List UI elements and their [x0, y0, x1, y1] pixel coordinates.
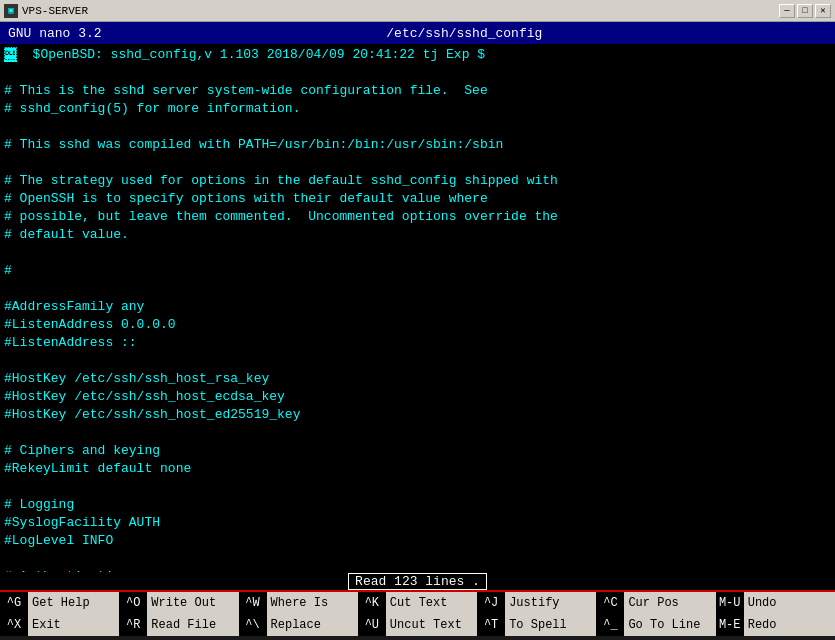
shortcut-m-e[interactable]: M-ERedo [716, 614, 835, 636]
title-bar-controls: ─ □ ✕ [779, 4, 831, 18]
status-text: Read 123 lines . [348, 573, 487, 590]
editor-area[interactable]:  $OpenBSD: sshd_config,v 1.103 2018/04/… [0, 44, 835, 572]
shortcut-label: Go To Line [624, 614, 715, 636]
shortcut-label: Cur Pos [624, 592, 715, 614]
shortcut-ctrl-underscore[interactable]: ^_Go To Line [596, 614, 715, 636]
shortcut-ctrl-j[interactable]: ^JJustify [477, 592, 596, 614]
shortcut-label: Justify [505, 592, 596, 614]
shortcut-area: ^GGet Help^OWrite Out^WWhere Is^KCut Tex… [0, 590, 835, 636]
shortcut-key: ^R [119, 618, 147, 632]
maximize-button[interactable]: □ [797, 4, 813, 18]
app-icon: ▣ [4, 4, 18, 18]
shortcut-key: ^X [0, 618, 28, 632]
shortcut-key: M-E [716, 618, 744, 632]
shortcut-key: ^_ [596, 618, 624, 632]
nano-header: GNU nano 3.2 /etc/ssh/sshd_config [0, 22, 835, 44]
shortcut-key: ^O [119, 596, 147, 610]
nano-version: GNU nano 3.2 [8, 26, 102, 41]
shortcut-ctrl-x[interactable]: ^XExit [0, 614, 119, 636]
window-title: VPS-SERVER [22, 5, 88, 17]
shortcut-label: Where Is [267, 592, 358, 614]
shortcut-ctrl-o[interactable]: ^OWrite Out [119, 592, 238, 614]
shortcut-m-u[interactable]: M-UUndo [716, 592, 835, 614]
minimize-button[interactable]: ─ [779, 4, 795, 18]
shortcut-row-1: ^GGet Help^OWrite Out^WWhere Is^KCut Tex… [0, 592, 835, 614]
shortcut-ctrl-k[interactable]: ^KCut Text [358, 592, 477, 614]
shortcut-ctrl-g[interactable]: ^GGet Help [0, 592, 119, 614]
shortcut-ctrl-w[interactable]: ^WWhere Is [239, 592, 358, 614]
title-bar-left: ▣ VPS-SERVER [4, 4, 88, 18]
shortcut-ctrl-c[interactable]: ^CCur Pos [596, 592, 715, 614]
shortcut-label: To Spell [505, 614, 596, 636]
shortcut-ctrl-t[interactable]: ^TTo Spell [477, 614, 596, 636]
shortcut-label: Cut Text [386, 592, 477, 614]
close-button[interactable]: ✕ [815, 4, 831, 18]
status-bar: Read 123 lines . [0, 572, 835, 590]
shortcut-key: ^W [239, 596, 267, 610]
shortcut-key: ^K [358, 596, 386, 610]
shortcut-key: M-U [716, 596, 744, 610]
shortcut-label: Replace [267, 614, 358, 636]
shortcut-label: Read File [147, 614, 238, 636]
shortcut-row-2: ^XExit^RRead File^\Replace^UUncut Text^T… [0, 614, 835, 636]
shortcut-key: ^C [596, 596, 624, 610]
shortcut-ctrl-r[interactable]: ^RRead File [119, 614, 238, 636]
shortcut-label: Write Out [147, 592, 238, 614]
shortcut-ctrl-backslash[interactable]: ^\Replace [239, 614, 358, 636]
shortcut-key: ^G [0, 596, 28, 610]
shortcut-key: ^\ [239, 618, 267, 632]
shortcut-label: Redo [744, 614, 835, 636]
shortcut-label: Get Help [28, 592, 119, 614]
shortcut-label: Exit [28, 614, 119, 636]
shortcut-key: ^T [477, 618, 505, 632]
shortcut-label: Undo [744, 592, 835, 614]
file-path: /etc/ssh/sshd_config [386, 26, 542, 41]
shortcut-label: Uncut Text [386, 614, 477, 636]
shortcut-ctrl-u[interactable]: ^UUncut Text [358, 614, 477, 636]
shortcut-key: ^U [358, 618, 386, 632]
shortcut-key: ^J [477, 596, 505, 610]
title-bar: ▣ VPS-SERVER ─ □ ✕ [0, 0, 835, 22]
